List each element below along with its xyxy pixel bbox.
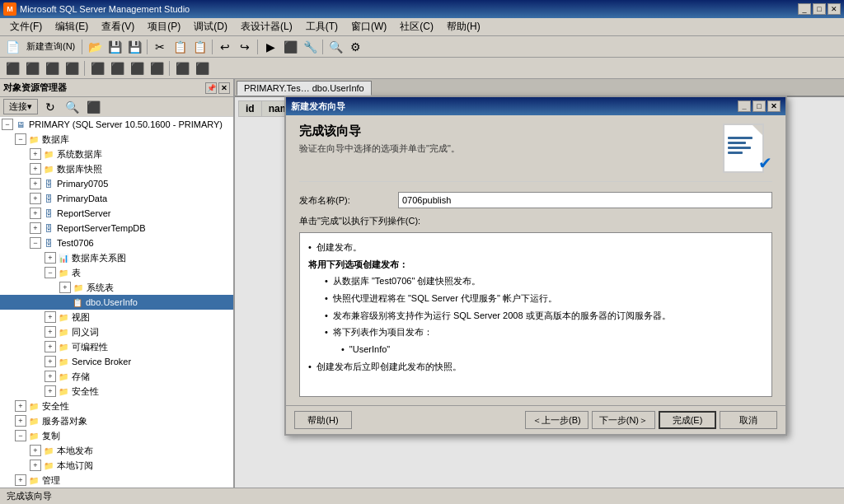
- save-all-btn[interactable]: 💾: [125, 38, 143, 56]
- expand-reportservertempdb[interactable]: +: [30, 222, 41, 234]
- tree-reportservertempdb[interactable]: + 🗄 ReportServerTempDB: [0, 221, 233, 236]
- paste-btn[interactable]: 📋: [190, 38, 209, 56]
- dialog-maximize-btn[interactable]: □: [753, 100, 766, 112]
- dialog-close-btn[interactable]: ✕: [767, 100, 781, 112]
- menu-help[interactable]: 帮助(H): [440, 18, 487, 35]
- tree-db-diagram[interactable]: + 📊 数据库关系图: [0, 250, 233, 265]
- tree-tables[interactable]: − 📁 表: [0, 265, 233, 280]
- filter-tree-btn[interactable]: 🔍: [63, 98, 81, 116]
- expand-synonyms[interactable]: +: [45, 326, 56, 338]
- filter-btn[interactable]: 🔍: [326, 38, 345, 56]
- tree-programmability[interactable]: + 📁 可编程性: [0, 339, 233, 354]
- tree-test0706[interactable]: − 🗄 Test0706: [0, 236, 233, 250]
- tree-databases[interactable]: − 📁 数据库: [0, 132, 233, 147]
- expand-db-snapshot[interactable]: +: [30, 163, 41, 175]
- tree-server-objects[interactable]: + 📁 服务器对象: [0, 413, 233, 428]
- expand-primarydata[interactable]: +: [30, 193, 41, 204]
- stop-btn[interactable]: ⬛: [281, 38, 299, 56]
- menu-window[interactable]: 窗口(W): [345, 18, 393, 35]
- tree-expand-root[interactable]: −: [2, 119, 13, 130]
- expand-local-sub[interactable]: +: [30, 460, 41, 471]
- tree-views[interactable]: + 📁 视图: [0, 310, 233, 324]
- close-btn[interactable]: ✕: [828, 3, 841, 15]
- tree-server-security[interactable]: + 📁 安全性: [0, 399, 233, 413]
- expand-tables[interactable]: −: [45, 267, 56, 278]
- expand-system-db[interactable]: +: [30, 148, 41, 160]
- tree-synonyms[interactable]: + 📁 同义词: [0, 324, 233, 339]
- help-button[interactable]: 帮助(H): [294, 411, 352, 429]
- new-query-icon[interactable]: 📄: [3, 38, 21, 56]
- expand-programmability[interactable]: +: [45, 341, 56, 352]
- tree-service-broker[interactable]: + 📁 Service Broker: [0, 354, 233, 369]
- expand-primary0705[interactable]: +: [30, 178, 41, 189]
- menu-table-designer[interactable]: 表设计器(L): [234, 18, 299, 35]
- menu-file[interactable]: 文件(F): [3, 18, 49, 35]
- expand-databases[interactable]: −: [15, 133, 26, 145]
- tb2-btn1[interactable]: ⬛: [3, 59, 21, 77]
- menu-tools[interactable]: 工具(T): [299, 18, 345, 35]
- expand-reportserver[interactable]: +: [30, 208, 41, 219]
- panel-pin-btn[interactable]: 📌: [205, 82, 217, 94]
- expand-test0706[interactable]: −: [30, 237, 41, 249]
- expand-service-broker[interactable]: +: [45, 356, 56, 367]
- redo-btn[interactable]: ↪: [236, 38, 254, 56]
- finish-button[interactable]: 完成(E): [659, 411, 716, 429]
- tb2-btn2[interactable]: ⬛: [23, 59, 41, 77]
- expand-system-tables[interactable]: +: [59, 282, 71, 293]
- new-query-label[interactable]: 新建查询(N): [23, 40, 78, 53]
- tree-local-subscriptions[interactable]: + 📁 本地订阅: [0, 458, 233, 473]
- save-btn[interactable]: 💾: [106, 38, 124, 56]
- menu-view[interactable]: 查看(V): [95, 18, 141, 35]
- collapse-btn[interactable]: ⬛: [84, 98, 102, 116]
- settings-btn[interactable]: ⚙: [346, 38, 364, 56]
- tb2-btn5[interactable]: ⬛: [88, 59, 106, 77]
- expand-server-objects[interactable]: +: [15, 415, 26, 427]
- tree-system-db[interactable]: + 📁 系统数据库: [0, 147, 233, 161]
- tb2-btn3[interactable]: ⬛: [43, 59, 61, 77]
- tree-root[interactable]: − 🖥 PRIMARY (SQL Server 10.50.1600 - PRI…: [0, 117, 233, 132]
- tree-storage[interactable]: + 📁 存储: [0, 369, 233, 384]
- execute-btn[interactable]: ▶: [261, 38, 279, 56]
- tb2-btn10[interactable]: ⬛: [193, 59, 211, 77]
- cancel-button[interactable]: 取消: [720, 411, 777, 429]
- tree-primary0705[interactable]: + 🗄 Primary0705: [0, 176, 233, 191]
- connect-btn[interactable]: 连接▾: [3, 99, 38, 114]
- form-pubname-input[interactable]: [398, 192, 772, 208]
- menu-debug[interactable]: 调试(D): [187, 18, 234, 35]
- refresh-btn[interactable]: ↻: [41, 98, 59, 116]
- tree-replication[interactable]: − 📁 复制: [0, 428, 233, 443]
- next-button[interactable]: 下一步(N)＞: [592, 411, 655, 429]
- tree-local-publications[interactable]: + 📁 本地发布: [0, 443, 233, 458]
- menu-project[interactable]: 项目(P): [141, 18, 187, 35]
- minimize-btn[interactable]: _: [798, 3, 811, 15]
- expand-db-diagram[interactable]: +: [45, 252, 56, 264]
- dialog-minimize-btn[interactable]: _: [738, 100, 751, 112]
- tree-security[interactable]: + 📁 安全性: [0, 384, 233, 399]
- expand-management[interactable]: +: [15, 474, 26, 486]
- tb2-btn9[interactable]: ⬛: [173, 59, 191, 77]
- expand-local-pub[interactable]: +: [30, 445, 41, 456]
- tree-db-snapshot[interactable]: + 📁 数据库快照: [0, 161, 233, 176]
- open-btn[interactable]: 📂: [86, 38, 104, 56]
- tree-system-tables[interactable]: + 📁 系统表: [0, 280, 233, 295]
- menu-community[interactable]: 社区(C): [393, 18, 440, 35]
- maximize-btn[interactable]: □: [813, 3, 826, 15]
- tb2-btn6[interactable]: ⬛: [108, 59, 126, 77]
- panel-close-btn[interactable]: ✕: [218, 82, 230, 94]
- undo-btn[interactable]: ↩: [216, 38, 234, 56]
- cut-btn[interactable]: ✂: [151, 38, 169, 56]
- copy-btn[interactable]: 📋: [171, 38, 189, 56]
- tree-management[interactable]: + 📁 管理: [0, 473, 233, 488]
- tb2-btn4[interactable]: ⬛: [63, 59, 81, 77]
- tree-primarydata[interactable]: + 🗄 PrimaryData: [0, 191, 233, 206]
- tb2-btn7[interactable]: ⬛: [128, 59, 146, 77]
- expand-views[interactable]: +: [45, 311, 56, 323]
- expand-server-security[interactable]: +: [15, 400, 26, 412]
- debug-btn[interactable]: 🔧: [301, 38, 319, 56]
- menu-edit[interactable]: 编辑(E): [49, 18, 95, 35]
- tree-userinfo[interactable]: 📋 dbo.UserInfo: [0, 295, 233, 310]
- expand-storage[interactable]: +: [45, 371, 56, 382]
- tb2-btn8[interactable]: ⬛: [148, 59, 166, 77]
- expand-replication[interactable]: −: [15, 430, 26, 441]
- tree-reportserver[interactable]: + 🗄 ReportServer: [0, 206, 233, 221]
